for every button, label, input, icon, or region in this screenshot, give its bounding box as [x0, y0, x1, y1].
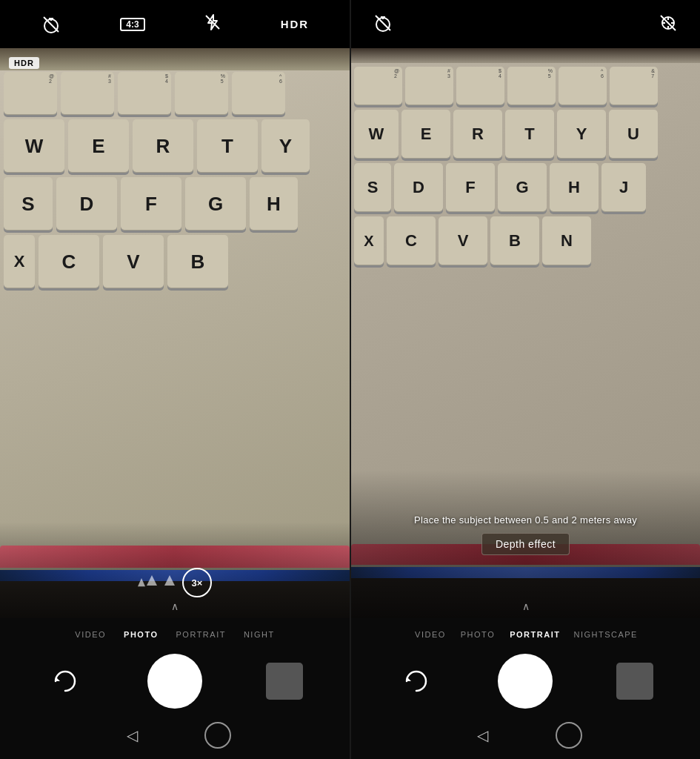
shutter-button-right[interactable] [498, 654, 553, 709]
key-caret: ^6 [232, 72, 285, 115]
timer-off-icon-right[interactable] [373, 13, 393, 36]
flash-sparkle-icon-right[interactable] [659, 13, 678, 36]
zoom-tele-icon[interactable] [164, 575, 175, 590]
back-button-left[interactable]: ◁ [119, 722, 145, 749]
key-f: F [121, 177, 181, 231]
key-h-partial: H [250, 177, 298, 231]
key-w: W [4, 119, 64, 173]
svg-point-6 [376, 18, 390, 31]
hdr-label[interactable]: HDR [281, 18, 310, 30]
right-tab-photo[interactable]: PHOTO [453, 627, 502, 642]
key-v: V [103, 235, 164, 288]
shutter-button-left[interactable] [147, 654, 202, 709]
camera-controls-row [0, 646, 700, 716]
flash-off-icon-left[interactable] [204, 13, 221, 36]
spacebar-pink [0, 546, 350, 568]
key-at: @2 [4, 72, 57, 115]
blue-led-strip-right [351, 567, 700, 578]
left-tab-photo[interactable]: PHOTO [115, 627, 167, 642]
left-screen: 4:3 HDR [0, 0, 350, 618]
left-camera-controls [0, 646, 350, 716]
back-button-right[interactable]: ◁ [470, 722, 496, 749]
right-top-bar [351, 0, 700, 48]
chevron-up-left[interactable]: ∧ [171, 600, 179, 612]
gallery-thumb-right[interactable] [616, 663, 653, 700]
left-tab-night[interactable]: NIGHT [235, 627, 284, 642]
key-hash: #3 [61, 72, 114, 115]
zoom-wide-icon[interactable] [138, 575, 157, 590]
key-s: S [4, 177, 53, 231]
aspect-ratio-icon-left[interactable]: 4:3 [120, 18, 144, 31]
portrait-info: Place the subject between 0.5 and 2 mete… [351, 514, 700, 555]
left-tab-video[interactable]: VIDEO [66, 627, 115, 642]
right-nav-bar: ◁ [351, 716, 700, 759]
right-camera-controls [351, 646, 700, 716]
key-percent: %5 [175, 72, 228, 115]
mode-tabs-row: VIDEO PHOTO PORTRAIT NIGHT VIDEO [0, 618, 700, 646]
chevron-up-right[interactable]: ∧ [522, 600, 530, 612]
key-c: C [39, 235, 99, 288]
key-e: E [68, 119, 129, 173]
key-dollar: $4 [118, 72, 171, 115]
zoom-controls-left: 3× [138, 568, 212, 597]
rotate-camera-button-left[interactable] [47, 663, 84, 700]
left-tab-portrait[interactable]: PORTRAIT [167, 627, 235, 642]
left-nav-bar: ◁ [0, 716, 350, 759]
rotate-camera-button-right[interactable] [398, 663, 435, 700]
svg-point-0 [44, 19, 58, 33]
home-button-right[interactable] [556, 722, 582, 749]
key-y-partial: Y [261, 119, 310, 173]
left-viewfinder: @2 #3 $4 %5 ^6 [0, 48, 350, 618]
key-b: B [167, 235, 228, 288]
hdr-badge: HDR [9, 57, 39, 69]
portrait-hint-text: Place the subject between 0.5 and 2 mete… [414, 514, 637, 526]
left-mode-tabs: VIDEO PHOTO PORTRAIT NIGHT [0, 618, 350, 646]
nav-bar-row: ◁ ◁ [0, 716, 700, 759]
right-viewfinder: @2 #3 $4 %5 ^6 &7 W E R T Y U [351, 48, 700, 618]
right-screen: @2 #3 $4 %5 ^6 &7 W E R T Y U [351, 0, 700, 618]
gallery-thumb-left[interactable] [266, 663, 303, 700]
zoom-3x-button[interactable]: 3× [182, 568, 212, 597]
home-button-left[interactable] [204, 722, 231, 749]
right-tab-video[interactable]: VIDEO [407, 627, 453, 642]
svg-marker-17 [407, 677, 411, 681]
depth-effect-button[interactable]: Depth effect [481, 533, 570, 555]
timer-off-icon-left[interactable] [41, 14, 61, 35]
right-tab-portrait[interactable]: PORTRAIT [502, 627, 567, 642]
key-g: G [185, 177, 246, 231]
left-top-bar: 4:3 HDR [0, 0, 350, 48]
svg-marker-16 [56, 677, 60, 681]
key-t: T [197, 119, 258, 173]
key-d: D [56, 177, 117, 231]
key-r: R [133, 119, 193, 173]
key-x: X [4, 235, 35, 288]
right-tab-nightscape[interactable]: NIGHTSCAPE [567, 627, 644, 642]
right-mode-tabs: VIDEO PHOTO PORTRAIT NIGHTSCAPE [351, 618, 700, 646]
